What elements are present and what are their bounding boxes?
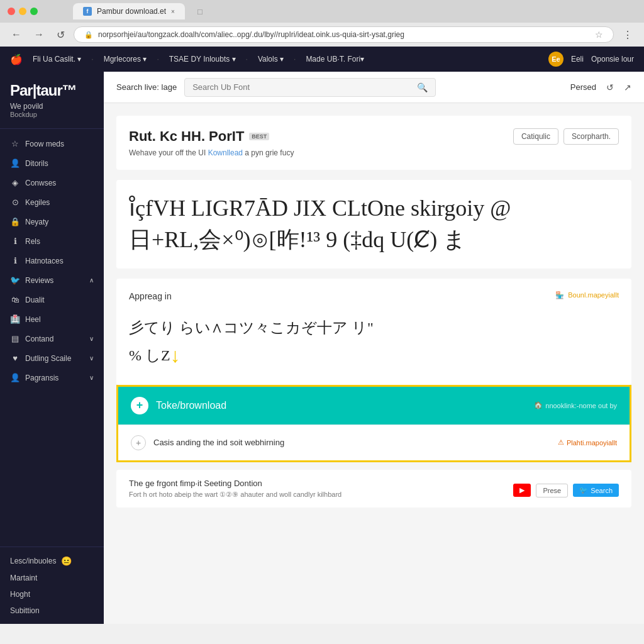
content-area: Search live: lage 🔍 Persed ↺ ↗ Catiqulic… bbox=[104, 72, 644, 624]
new-tab-button[interactable]: □ bbox=[190, 3, 210, 20]
sidebar-footer: Lesc/inbuoles 😐 Martaint Hoght Subittion bbox=[0, 547, 104, 624]
sidebar-logo: Par|taur™ We povild Bockdup bbox=[0, 72, 104, 129]
top-nav-right: Ee Eeli Oponsie lour bbox=[548, 52, 634, 67]
search-box[interactable]: 🔍 bbox=[184, 78, 436, 97]
youtube-button[interactable]: ▶ bbox=[513, 484, 531, 497]
subtitle-link[interactable]: Kownllead bbox=[208, 148, 243, 157]
medical-icon: 🏥 bbox=[10, 314, 20, 324]
minimize-button[interactable] bbox=[19, 8, 26, 15]
back-button[interactable]: ← bbox=[8, 28, 25, 42]
options-menu[interactable]: Oponsie lour bbox=[591, 55, 634, 64]
search-live-label: Search live: lage bbox=[116, 82, 177, 92]
top-nav-item-2[interactable]: Mgrlecores ▾ bbox=[104, 55, 147, 64]
sidebar-label: Neyaty bbox=[25, 218, 48, 226]
sidebar-label: Ditorils bbox=[25, 159, 48, 168]
traffic-lights bbox=[8, 8, 38, 15]
heart-icon: ♥ bbox=[10, 353, 20, 363]
circle-icon: ⊙ bbox=[10, 197, 20, 207]
sidebar-item-ditorils[interactable]: 👤 Ditorils bbox=[0, 153, 104, 173]
title-bar: f Pambur download.et × □ bbox=[0, 0, 644, 23]
list-icon: ▤ bbox=[10, 334, 20, 343]
external-link-button[interactable]: ↗ bbox=[624, 82, 631, 92]
logo-tagline2: Bockdup bbox=[10, 111, 94, 118]
sidebar-label: Rels bbox=[25, 237, 40, 246]
catiqulic-button[interactable]: Catiqulic bbox=[513, 128, 558, 145]
bottom-actions: ▶ Prese 🐦 Search bbox=[513, 484, 619, 497]
sidebar-label: Dutling Scaile bbox=[25, 354, 71, 363]
other-plus-icon[interactable]: + bbox=[131, 435, 146, 450]
url-bar[interactable]: 🔒 norpsorhjei/au/tongzack.doalh/com/alie… bbox=[74, 26, 614, 43]
sidebar-footer-subittion[interactable]: Subittion bbox=[0, 602, 104, 619]
sidebar-item-reviews[interactable]: 🐦 Reviews ∧ bbox=[0, 270, 104, 290]
logo-text: Par|taur™ bbox=[10, 82, 94, 99]
font-subtitle: Wehave your off the UI Kownllead a pyn g… bbox=[129, 148, 619, 157]
persed-label: Persed bbox=[570, 82, 596, 92]
house-icon: 🏠 bbox=[534, 401, 543, 409]
forward-button[interactable]: → bbox=[30, 28, 48, 42]
user-icon: 👤 bbox=[10, 158, 20, 168]
sidebar-item-contand[interactable]: ▤ Contand ∨ bbox=[0, 329, 104, 348]
search-input[interactable] bbox=[192, 82, 412, 92]
top-nav-item-5[interactable]: Made UB·T. Fori▾ bbox=[306, 55, 364, 64]
scorpharth-button[interactable]: Scorpharth. bbox=[564, 128, 619, 145]
sidebar-item-heel[interactable]: 🏥 Heel bbox=[0, 309, 104, 329]
app-icon-label: Bounl.mapeyiallt bbox=[568, 291, 619, 299]
header-right: Persed ↺ ↗ bbox=[570, 82, 631, 92]
apple-icon: 🍎 bbox=[10, 53, 23, 65]
app-section: Appreag in 🏪 Bounl.mapeyiallt 彡てり らい∧コツ々… bbox=[116, 279, 631, 385]
warning-icon: ⚠ bbox=[558, 438, 564, 447]
chevron-down-icon-2: ∨ bbox=[89, 355, 94, 362]
sidebar-item-neyaty[interactable]: 🔒 Neyaty bbox=[0, 212, 104, 231]
browser-tab[interactable]: f Pambur download.et × bbox=[73, 3, 185, 19]
sidebar-item-rels[interactable]: ℹ Rels bbox=[0, 231, 104, 251]
sidebar-item-kegiles[interactable]: ⊙ Kegiles bbox=[0, 192, 104, 212]
font-preview-1: i̊çfVH LIGR7ĀD JIX CLtOne skirgoiy @ 日+R… bbox=[116, 180, 631, 269]
top-nav-item-1[interactable]: Fli Ua Caslit. ▾ bbox=[33, 55, 81, 64]
sidebar-item-foow-meds[interactable]: ☆ Foow meds bbox=[0, 134, 104, 153]
sidebar-footer-hoght[interactable]: Hoght bbox=[0, 586, 104, 602]
top-nav-items: Fli Ua Caslit. ▾ · Mgrlecores ▾ · TSAE D… bbox=[33, 55, 364, 64]
maximize-button[interactable] bbox=[30, 8, 38, 15]
search-submit-button[interactable]: 🔍 bbox=[417, 82, 428, 92]
font-preview-text-1: i̊çfVH LIGR7ĀD JIX CLtOne skirgoiy @ bbox=[129, 192, 619, 224]
chevron-down-icon: ∨ bbox=[89, 335, 94, 342]
sidebar-item-pagransis[interactable]: 👤 Pagransis ∨ bbox=[0, 368, 104, 387]
tab-area: □ bbox=[197, 7, 203, 16]
search-button[interactable]: 🐦 Search bbox=[573, 484, 619, 497]
sidebar-item-dutling-scaile[interactable]: ♥ Dutling Scaile ∨ bbox=[0, 348, 104, 368]
tab-close-icon[interactable]: × bbox=[171, 8, 175, 15]
top-nav-item-4[interactable]: Valols ▾ bbox=[258, 55, 284, 64]
refresh-button[interactable]: ↺ bbox=[53, 28, 69, 42]
download-plus-icon: + bbox=[131, 397, 148, 414]
twitter-icon: 🐦 bbox=[10, 275, 20, 285]
prese-button[interactable]: Prese bbox=[536, 484, 568, 497]
refresh-content-button[interactable]: ↺ bbox=[606, 82, 614, 92]
other-meta: ⚠ Plahti.mapoyiallt bbox=[558, 438, 617, 447]
user-avatar[interactable]: Ee bbox=[548, 52, 564, 67]
bottom-section: ▶ Prese 🐦 Search The ge frgont fimp·it S… bbox=[116, 470, 631, 508]
sidebar-label: Hatnotaces bbox=[25, 257, 64, 265]
sidebar-label: Pagransis bbox=[25, 374, 58, 382]
youtube-icon: ▶ bbox=[519, 486, 525, 494]
preview-chars-2: % しZ bbox=[129, 344, 170, 367]
sidebar-label: Kegiles bbox=[25, 198, 50, 207]
sidebar-item-hatnotaces[interactable]: ℹ Hatnotaces bbox=[0, 251, 104, 270]
info2-icon: ℹ bbox=[10, 256, 20, 265]
bounl-icon: 🏪 bbox=[555, 291, 564, 299]
footer-item-2: Hoght bbox=[10, 590, 30, 599]
browser-menu-button[interactable]: ⋮ bbox=[619, 28, 636, 42]
sidebar: Par|taur™ We povild Bockdup ☆ Foow meds … bbox=[0, 72, 104, 624]
sidebar-item-conwses[interactable]: ◈ Conwses bbox=[0, 173, 104, 192]
download-button[interactable]: + Toke/brownload 🏠 nnooklink:-nome out b… bbox=[118, 387, 630, 425]
bookmark-icon[interactable]: ☆ bbox=[595, 30, 603, 40]
top-nav-item-3[interactable]: TSAE DY Inloubts ▾ bbox=[169, 55, 236, 64]
sidebar-footer-martaint[interactable]: Martaint bbox=[0, 570, 104, 586]
sidebar-item-dualit[interactable]: 🛍 Dualit bbox=[0, 290, 104, 309]
lock-icon: 🔒 bbox=[10, 217, 20, 226]
sidebar-label: Foow meds bbox=[25, 140, 64, 148]
grid-icon: ◈ bbox=[10, 178, 20, 187]
download-meta: 🏠 nnooklink:-nome out by bbox=[534, 401, 617, 409]
close-button[interactable] bbox=[8, 8, 15, 15]
content-header: Search live: lage 🔍 Persed ↺ ↗ bbox=[104, 72, 644, 103]
preview-chars-1: 彡てり らい∧コツ々こカぞ十ア リ" bbox=[129, 316, 619, 339]
